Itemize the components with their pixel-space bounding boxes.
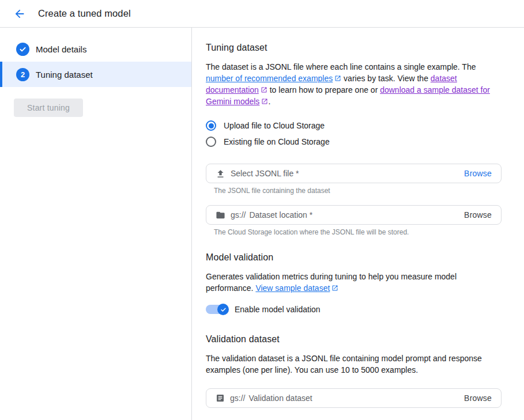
main-content: Tuning dataset The dataset is a JSONL fi…	[192, 28, 513, 420]
article-icon	[216, 393, 225, 403]
model-validation-toggle[interactable]	[206, 303, 229, 316]
tuning-dataset-heading: Tuning dataset	[206, 43, 502, 53]
upload-icon	[216, 169, 225, 179]
validation-dataset-description: The validation dataset is a JSONL file c…	[206, 353, 494, 376]
input-placeholder: Dataset location *	[249, 210, 312, 220]
radio-unselected-icon	[206, 137, 216, 147]
jsonl-file-helper-text: The JSONL file containing the dataset	[214, 187, 502, 195]
toggle-thumb-check-icon	[217, 304, 229, 315]
dataset-location-helper-text: The Cloud Storage location where the JSO…	[214, 228, 502, 236]
input-placeholder: Validation dataset	[248, 393, 312, 403]
browse-dataset-location-button[interactable]: Browse	[464, 210, 492, 220]
stepper-sidebar: Model details 2 Tuning dataset Start tun…	[0, 28, 192, 420]
validation-dataset-heading: Validation dataset	[206, 334, 502, 345]
description-text: to learn how to prepare one or	[267, 85, 380, 94]
external-link-icon	[261, 86, 267, 93]
external-link-icon	[331, 285, 338, 292]
model-validation-heading: Model validation	[206, 252, 502, 263]
step-model-details[interactable]: Model details	[0, 36, 191, 62]
folder-icon	[216, 210, 225, 220]
check-circle-icon	[16, 43, 29, 56]
external-link-icon	[261, 98, 268, 105]
view-sample-dataset-link[interactable]: View sample dataset	[255, 283, 338, 293]
gs-prefix: gs://	[231, 210, 246, 220]
step-label: Model details	[36, 44, 86, 54]
enable-model-validation-row: Enable model validation	[206, 303, 502, 316]
gs-prefix: gs://	[230, 393, 245, 403]
browse-jsonl-file-button[interactable]: Browse	[464, 169, 492, 178]
dataset-source-radio-group: Upload file to Cloud Storage Existing fi…	[206, 119, 502, 149]
radio-existing-file[interactable]: Existing file on Cloud Storage	[206, 135, 502, 149]
start-tuning-button[interactable]: Start tuning	[14, 99, 83, 117]
select-jsonl-file-input[interactable]: Select JSONL file * Browse	[206, 164, 502, 183]
back-arrow-icon	[13, 7, 26, 20]
step-tuning-dataset[interactable]: 2 Tuning dataset	[0, 62, 191, 87]
page-header: Create a tuned model	[0, 0, 524, 28]
back-button[interactable]	[10, 5, 29, 23]
browse-validation-dataset-button[interactable]: Browse	[464, 393, 492, 403]
step-label: Tuning dataset	[36, 70, 93, 80]
model-validation-description: Generates validation metrics during tuni…	[206, 271, 494, 294]
description-text: .	[268, 97, 270, 106]
toggle-label: Enable model validation	[235, 305, 321, 314]
validation-dataset-input[interactable]: gs:// Validation dataset Browse	[206, 388, 502, 408]
dataset-location-input[interactable]: gs:// Dataset location * Browse	[206, 205, 502, 225]
description-text: The dataset is a JSONL file where each l…	[206, 62, 476, 71]
input-placeholder: Select JSONL file *	[231, 169, 299, 178]
step-number-icon: 2	[16, 68, 29, 81]
external-link-icon	[334, 75, 341, 82]
description-text: varies by task. View the	[341, 74, 431, 83]
tuning-dataset-description: The dataset is a JSONL file where each l…	[206, 61, 494, 107]
page-title: Create a tuned model	[38, 8, 131, 19]
recommended-examples-link[interactable]: number of recommended examples	[206, 74, 341, 83]
radio-selected-icon	[206, 120, 216, 131]
radio-upload-file[interactable]: Upload file to Cloud Storage	[206, 119, 502, 133]
